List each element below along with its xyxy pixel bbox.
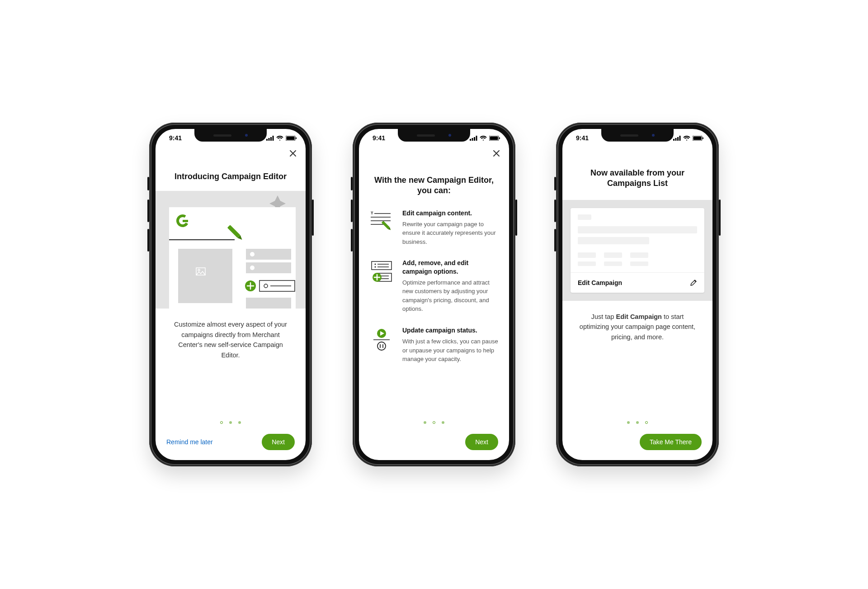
- status-time: 9:41: [169, 134, 182, 142]
- close-icon[interactable]: [492, 149, 501, 158]
- pager-dot: [627, 421, 630, 424]
- svg-point-42: [375, 266, 376, 268]
- onboarding-body: Just tap Edit Campaign to start optimizi…: [576, 312, 699, 342]
- feature-update-status: Update campaign status. With just a few …: [370, 326, 498, 364]
- status-icons: [673, 136, 703, 141]
- svg-text:T: T: [371, 211, 373, 215]
- feature-heading: Update campaign status.: [402, 326, 498, 334]
- signal-icon: [266, 136, 274, 141]
- phone-mockup-3: 9:41 Now available from your Campaigns L…: [556, 123, 719, 466]
- wifi-icon: [276, 136, 283, 141]
- close-icon[interactable]: [288, 149, 297, 158]
- svg-rect-26: [472, 138, 473, 141]
- take-me-there-button[interactable]: Take Me There: [640, 434, 702, 450]
- svg-rect-55: [675, 138, 677, 141]
- svg-rect-31: [499, 137, 500, 139]
- svg-rect-60: [703, 137, 703, 139]
- phone-mockup-1: 9:41 Introducing Campaign Editor: [149, 123, 312, 466]
- feature-heading: Add, remove, and edit campaign options.: [402, 259, 498, 275]
- page-indicator: [166, 421, 295, 424]
- onboarding-body: Customize almost every aspect of your ca…: [169, 319, 292, 360]
- pager-dot: [238, 421, 241, 424]
- feature-body: Optimize performance and attract new cus…: [402, 278, 498, 314]
- signal-icon: [470, 136, 477, 141]
- status-icons: [266, 136, 297, 141]
- svg-rect-56: [677, 137, 679, 141]
- pencil-icon: [690, 279, 697, 286]
- svg-rect-59: [693, 136, 702, 140]
- update-status-icon: [370, 326, 393, 364]
- pager-dot: [636, 421, 639, 424]
- page-indicator: [573, 421, 702, 424]
- battery-icon: [693, 136, 703, 141]
- svg-rect-0: [266, 139, 268, 141]
- svg-rect-1: [269, 138, 270, 141]
- svg-rect-13: [178, 249, 232, 303]
- edit-options-icon: [370, 259, 393, 313]
- svg-rect-24: [246, 298, 291, 309]
- phone-mockup-2: 9:41 With the new Campaign Editor, you c…: [353, 123, 515, 466]
- svg-rect-6: [296, 137, 297, 139]
- screen-2: 9:41 With the new Campaign Editor, you c…: [359, 129, 509, 460]
- svg-rect-3: [273, 136, 274, 141]
- status-time: 9:41: [576, 134, 589, 142]
- pager-dot: [442, 421, 444, 424]
- feature-body: With just a few clicks, you can pause or…: [402, 337, 498, 364]
- body-prefix: Just tap: [591, 313, 616, 320]
- next-button[interactable]: Next: [465, 434, 498, 450]
- signal-icon: [673, 136, 681, 141]
- svg-rect-2: [270, 137, 272, 141]
- battery-icon: [489, 136, 500, 141]
- onboarding-title: Now available from your Campaigns List: [582, 168, 693, 189]
- pager-dot: [645, 421, 648, 424]
- wifi-icon: [683, 136, 690, 141]
- svg-point-19: [250, 266, 255, 270]
- svg-rect-39: [372, 261, 392, 270]
- edit-campaign-label: Edit Campaign: [578, 279, 622, 286]
- svg-rect-25: [470, 139, 471, 141]
- svg-rect-37: [382, 221, 390, 229]
- edit-content-icon: T: [370, 209, 393, 247]
- svg-rect-27: [474, 137, 475, 141]
- svg-rect-5: [287, 136, 295, 140]
- campaign-card-preview: Edit Campaign: [562, 200, 712, 301]
- screen-3: 9:41 Now available from your Campaigns L…: [562, 129, 712, 460]
- svg-rect-28: [476, 136, 477, 141]
- svg-point-51: [377, 342, 386, 350]
- feature-edit-content: T Edit campaign content. Rewrite your ca…: [370, 209, 498, 247]
- svg-rect-30: [490, 136, 498, 140]
- wifi-icon: [480, 136, 487, 141]
- svg-rect-54: [673, 139, 675, 141]
- remind-later-link[interactable]: Remind me later: [166, 438, 213, 446]
- svg-point-17: [250, 252, 255, 256]
- screen-1: 9:41 Introducing Campaign Editor: [156, 129, 306, 460]
- svg-point-40: [375, 264, 376, 265]
- status-time: 9:41: [373, 134, 385, 142]
- battery-icon: [286, 136, 297, 141]
- pager-dot: [433, 421, 435, 424]
- pager-dot: [229, 421, 232, 424]
- status-icons: [470, 136, 500, 141]
- feature-body: Rewrite your campaign page to ensure it …: [402, 220, 498, 247]
- feature-edit-options: Add, remove, and edit campaign options. …: [370, 259, 498, 313]
- onboarding-title: Introducing Campaign Editor: [166, 171, 295, 182]
- onboarding-illustration: [156, 191, 306, 309]
- edit-campaign-row[interactable]: Edit Campaign: [571, 272, 704, 293]
- onboarding-title: With the new Campaign Editor, you can:: [374, 175, 494, 196]
- feature-heading: Edit campaign content.: [402, 209, 498, 217]
- pager-dot: [424, 421, 426, 424]
- page-indicator: [370, 421, 498, 424]
- svg-rect-9: [183, 220, 188, 222]
- body-bold: Edit Campaign: [616, 313, 662, 320]
- pager-dot: [220, 421, 223, 424]
- svg-rect-57: [679, 136, 681, 141]
- next-button[interactable]: Next: [262, 434, 295, 450]
